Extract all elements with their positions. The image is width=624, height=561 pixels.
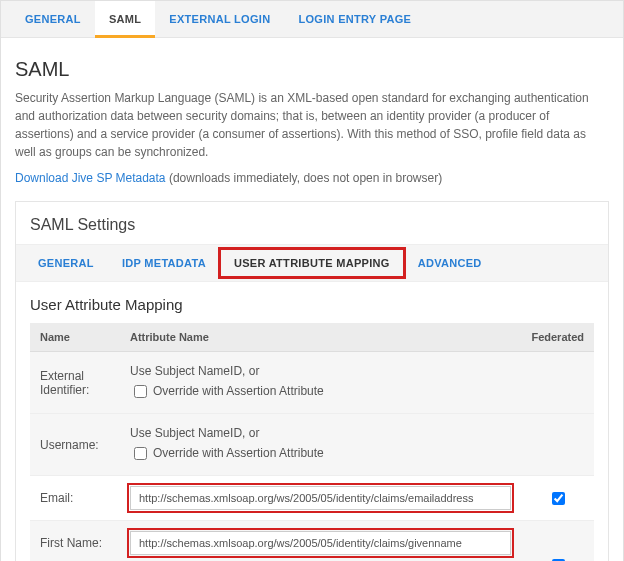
download-metadata-link[interactable]: Download Jive SP Metadata — [15, 171, 166, 185]
col-attribute: Attribute Name — [120, 323, 521, 352]
tab-external-login[interactable]: EXTERNAL LOGIN — [155, 1, 284, 37]
external-id-option2: Override with Assertion Attribute — [153, 384, 324, 398]
settings-title: SAML Settings — [16, 202, 608, 244]
first-name-attribute-input[interactable] — [130, 531, 511, 555]
row-external-identifier: External Identifier: Use Subject NameID,… — [30, 352, 594, 414]
label-first-name: First Name: — [30, 521, 120, 562]
page-title: SAML — [15, 58, 609, 81]
subtab-general[interactable]: GENERAL — [24, 245, 108, 281]
username-option2: Override with Assertion Attribute — [153, 446, 324, 460]
section-heading: User Attribute Mapping — [30, 296, 594, 313]
external-id-override-checkbox[interactable] — [134, 385, 147, 398]
saml-settings-panel: SAML Settings GENERAL IDP METADATA USER … — [15, 201, 609, 561]
subtab-advanced[interactable]: ADVANCED — [404, 245, 496, 281]
row-first-name: First Name: — [30, 521, 594, 562]
tab-saml[interactable]: SAML — [95, 1, 155, 38]
settings-sub-tabs: GENERAL IDP METADATA USER ATTRIBUTE MAPP… — [16, 244, 608, 282]
external-id-option1: Use Subject NameID, or — [130, 362, 511, 380]
email-federated-checkbox[interactable] — [552, 492, 565, 505]
tab-login-entry-page[interactable]: LOGIN ENTRY PAGE — [284, 1, 425, 37]
subtab-idp-metadata[interactable]: IDP METADATA — [108, 245, 220, 281]
tab-general[interactable]: GENERAL — [11, 1, 95, 37]
col-federated: Federated — [521, 323, 594, 352]
row-username: Username: Use Subject NameID, or Overrid… — [30, 414, 594, 476]
col-name: Name — [30, 323, 120, 352]
label-external-identifier: External Identifier: — [30, 352, 120, 414]
subtab-user-attribute-mapping[interactable]: USER ATTRIBUTE MAPPING — [220, 245, 404, 281]
download-note: (downloads immediately, does not open in… — [169, 171, 442, 185]
attribute-mapping-table: Name Attribute Name Federated External I… — [30, 323, 594, 561]
top-tabs: GENERAL SAML EXTERNAL LOGIN LOGIN ENTRY … — [1, 1, 623, 38]
label-email: Email: — [30, 476, 120, 521]
username-override-checkbox[interactable] — [134, 447, 147, 460]
username-option1: Use Subject NameID, or — [130, 424, 511, 442]
label-username: Username: — [30, 414, 120, 476]
email-attribute-input[interactable] — [130, 486, 511, 510]
page-description: Security Assertion Markup Language (SAML… — [15, 89, 609, 161]
row-email: Email: — [30, 476, 594, 521]
